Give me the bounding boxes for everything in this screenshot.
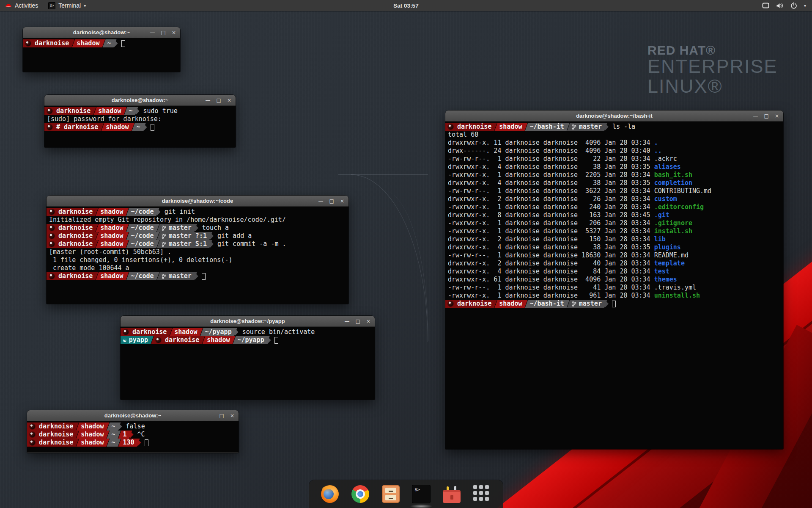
terminal-output-line: drwxrwxr-x. 2 darknoise darknoise 26 Jan… bbox=[445, 195, 783, 203]
firefox-icon[interactable] bbox=[321, 485, 339, 503]
prompt-emoji-icon bbox=[123, 329, 129, 335]
prompt-segment-host: shadow bbox=[494, 300, 527, 308]
terminal-prompt-line: darknoiseshadow~/codemaster touch a bbox=[47, 224, 348, 232]
output-text: drwxrwxr-x. 8 darknoise darknoise 163 Ja… bbox=[448, 211, 654, 219]
prompt-segment-path: ~/pyapp bbox=[200, 328, 237, 336]
output-text: drwxrwxr-x. 11 darknoise darknoise 4096 … bbox=[448, 139, 654, 146]
prompt-segment-user: darknoise bbox=[151, 336, 205, 344]
maximize-button[interactable]: □ bbox=[764, 110, 769, 121]
window-titlebar[interactable]: darknoise@shadow:~ — □ × bbox=[44, 95, 236, 106]
chevron-down-icon: ▾ bbox=[84, 3, 86, 8]
command-text: false bbox=[122, 422, 145, 431]
wallpaper-line bbox=[338, 174, 428, 175]
terminal-cursor bbox=[121, 40, 125, 47]
toolbox-icon[interactable] bbox=[443, 485, 461, 503]
window-titlebar[interactable]: darknoise@shadow:~/code — □ × bbox=[47, 196, 348, 207]
terminal-prompt-line: darknoiseshadow~ bbox=[23, 39, 180, 47]
prompt-segment-user: darknoise bbox=[44, 107, 96, 115]
clock[interactable]: Sat 03:57 bbox=[393, 3, 418, 9]
output-text: drwxrwxr-x. 4 darknoise darknoise 84 Jan… bbox=[448, 268, 654, 275]
terminal-output-line: drwxrwxr-x. 4 darknoise darknoise 38 Jan… bbox=[445, 243, 783, 251]
minimize-button[interactable]: — bbox=[150, 27, 155, 38]
terminal-content[interactable]: darknoiseshadow~/pyapp source bin/activa… bbox=[121, 327, 375, 344]
window-title: darknoise@shadow:~/pyapp bbox=[121, 318, 375, 324]
system-status-area[interactable]: ▾ bbox=[756, 0, 812, 11]
prompt-segment-host: shadow bbox=[93, 107, 126, 115]
focused-app-name: Terminal bbox=[58, 2, 81, 9]
terminal-window-home-top[interactable]: darknoise@shadow:~ — □ × darknoiseshadow… bbox=[23, 27, 180, 72]
prompt-emoji-icon bbox=[30, 424, 35, 429]
output-text: drwx------. 24 darknoise darknoise 4096 … bbox=[448, 147, 654, 155]
terminal-content[interactable]: darknoiseshadow~ sudo true[sudo] passwor… bbox=[44, 106, 236, 131]
prompt-emoji-icon bbox=[448, 301, 453, 306]
prompt-segment-user: darknoise bbox=[47, 272, 98, 280]
terminal-prompt-line: darknoiseshadow~/codemaster S:1 git comm… bbox=[47, 240, 348, 248]
command-text: git commit -a -m . bbox=[214, 240, 286, 248]
file-manager-icon[interactable] bbox=[382, 485, 400, 503]
minimize-button[interactable]: — bbox=[206, 95, 211, 106]
chrome-icon[interactable] bbox=[348, 482, 372, 506]
app-grid-icon[interactable] bbox=[473, 485, 491, 503]
maximize-button[interactable]: □ bbox=[356, 316, 360, 327]
minimize-button[interactable]: — bbox=[318, 196, 324, 207]
prompt-segment-user: darknoise bbox=[27, 422, 79, 431]
window-titlebar[interactable]: darknoise@shadow:~/pyapp — □ × bbox=[121, 316, 375, 327]
terminal-content[interactable]: darknoiseshadow~ bbox=[23, 38, 180, 47]
maximize-button[interactable]: □ bbox=[219, 410, 224, 421]
close-button[interactable]: × bbox=[227, 95, 231, 106]
close-button[interactable]: × bbox=[366, 316, 370, 327]
activities-button[interactable]: Activities bbox=[0, 0, 43, 11]
output-text: README.md bbox=[654, 251, 689, 259]
maximize-button[interactable]: □ bbox=[217, 95, 221, 106]
terminal-output-line: -rwxrwxr-x. 1 darknoise darknoise 5327 J… bbox=[445, 227, 783, 235]
terminal-icon[interactable]: $> bbox=[412, 485, 430, 503]
close-button[interactable]: × bbox=[230, 410, 234, 421]
prompt-segment-host: shadow bbox=[96, 224, 129, 232]
volume-icon bbox=[776, 3, 784, 9]
directory-name: .git bbox=[654, 211, 669, 219]
prompt-segment-user: # darknoise bbox=[44, 123, 104, 131]
directory-name: template bbox=[654, 260, 685, 267]
window-titlebar[interactable]: darknoise@shadow:~ — □ × bbox=[23, 27, 180, 38]
terminal-content[interactable]: darknoiseshadow~ falsedarknoiseshadow~1 … bbox=[27, 421, 239, 447]
prompt-segment-path: ~/code bbox=[126, 232, 159, 240]
prompt-emoji-icon bbox=[30, 440, 35, 445]
minimize-button[interactable]: — bbox=[753, 110, 758, 121]
output-text: .travis.yml bbox=[654, 284, 696, 291]
output-text: drwxrwxr-x. 61 darknoise darknoise 4096 … bbox=[448, 276, 654, 283]
executable-name: .gitignore bbox=[654, 219, 692, 227]
terminal-output-line: 1 file changed, 0 insertions(+), 0 delet… bbox=[47, 256, 348, 264]
prompt-segment-user: darknoise bbox=[47, 232, 98, 240]
prompt-segment-path: ~/code bbox=[126, 240, 159, 248]
close-button[interactable]: × bbox=[340, 196, 344, 207]
directory-name: themes bbox=[654, 276, 677, 283]
terminal-window-pyapp[interactable]: darknoise@shadow:~/pyapp — □ × darknoise… bbox=[121, 316, 375, 400]
terminal-window-code[interactable]: darknoise@shadow:~/code — □ × darknoises… bbox=[47, 196, 348, 304]
maximize-button[interactable]: □ bbox=[161, 27, 166, 38]
prompt-segment-path: ~/pyapp bbox=[233, 336, 269, 344]
activities-label: Activities bbox=[15, 2, 38, 9]
window-titlebar[interactable]: darknoise@shadow:~/bash-it — □ × bbox=[445, 110, 783, 121]
terminal-window-sudo[interactable]: darknoise@shadow:~ — □ × darknoiseshadow… bbox=[44, 95, 236, 147]
brand-line-redhat: RED HAT® bbox=[647, 44, 778, 57]
minimize-button[interactable]: — bbox=[345, 316, 350, 327]
output-text: -rwxrwxr-x. 1 darknoise darknoise 206 Ja… bbox=[448, 219, 654, 227]
terminal-window-bash-it[interactable]: darknoise@shadow:~/bash-it — □ × darknoi… bbox=[445, 110, 783, 449]
prompt-emoji-icon bbox=[448, 124, 453, 130]
command-text: touch a bbox=[198, 224, 229, 232]
git-branch-icon bbox=[162, 233, 166, 239]
close-button[interactable]: × bbox=[775, 110, 779, 121]
terminal-output-line: [sudo] password for darknoise: bbox=[44, 115, 236, 123]
terminal-content[interactable]: darknoiseshadow~/bash-itmaster ls -latot… bbox=[445, 121, 783, 308]
git-branch-icon bbox=[162, 225, 166, 231]
terminal-window-exit-codes[interactable]: darknoise@shadow:~ — □ × darknoiseshadow… bbox=[27, 410, 239, 453]
minimize-button[interactable]: — bbox=[208, 410, 214, 421]
window-titlebar[interactable]: darknoise@shadow:~ — □ × bbox=[27, 410, 239, 421]
output-text: -rwxrwxr-x. 1 darknoise darknoise 961 Ja… bbox=[448, 292, 654, 299]
directory-name: completion bbox=[654, 179, 692, 187]
window-title: darknoise@shadow:~/bash-it bbox=[445, 113, 783, 119]
close-button[interactable]: × bbox=[172, 27, 176, 38]
terminal-content[interactable]: darknoiseshadow~/code git initInitialize… bbox=[47, 207, 348, 280]
maximize-button[interactable]: □ bbox=[329, 196, 334, 207]
focused-app-menu[interactable]: $> Terminal ▾ bbox=[43, 0, 91, 11]
